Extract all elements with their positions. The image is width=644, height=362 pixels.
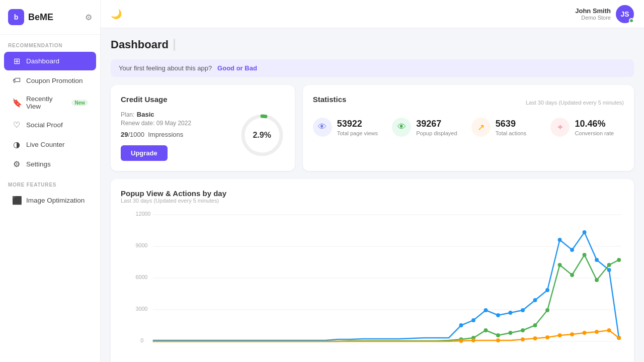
stats-update-info: Last 30 days (Updated every 5 minutes) <box>526 100 624 106</box>
svg-point-24 <box>607 268 611 272</box>
chart-subtitle: Last 30 days (Updated every 5 minutes) <box>121 198 624 204</box>
statistics-card: Statistics Last 30 days (Updated every 5… <box>303 85 634 171</box>
stat-popup-value: 39267 <box>416 119 457 129</box>
gear-icon[interactable]: ⚙ <box>85 13 92 22</box>
feedback-link[interactable]: Good or Bad <box>217 64 257 72</box>
svg-text:12000: 12000 <box>135 211 150 217</box>
stat-conversion-info: 10.46% Conversion rate <box>575 119 614 136</box>
svg-point-12 <box>459 323 463 327</box>
svg-point-0 <box>243 116 281 154</box>
user-name: John Smith <box>575 7 611 15</box>
conversion-icon-wrap: ÷ <box>550 118 570 137</box>
credit-circle-progress: 2.9% <box>239 113 285 158</box>
progress-svg <box>239 113 285 158</box>
settings-icon: ⚙ <box>12 159 21 169</box>
credit-card-title: Credit Usage <box>121 95 285 104</box>
avatar[interactable]: JS <box>616 5 634 23</box>
stat-popup-info: 39267 Popup displayed <box>416 119 457 136</box>
plan-name: Basic <box>137 111 154 118</box>
sidebar-item-image-opt[interactable]: ⬛ Image Optimization <box>4 191 96 210</box>
impressions-used: 29 <box>121 131 128 138</box>
sidebar-item-settings[interactable]: ⚙ Settings <box>4 155 96 173</box>
logo-area: b BeME ⚙ <box>0 0 100 35</box>
stats-header: Statistics Last 30 days (Updated every 5… <box>313 95 624 110</box>
heart-icon: ♡ <box>12 120 21 130</box>
stat-actions-value: 5639 <box>496 119 526 129</box>
sidebar-item-coupon[interactable]: 🏷 Coupon Promotion <box>4 71 96 89</box>
app-name: BeME <box>28 12 53 23</box>
sidebar-item-label: Dashboard <box>26 57 59 65</box>
topbar: 🌙 John Smith Demo Store JS <box>101 0 644 28</box>
svg-point-17 <box>521 308 525 312</box>
svg-point-41 <box>471 338 475 342</box>
coupon-icon: 🏷 <box>12 76 21 85</box>
logo-icon: b <box>8 9 24 25</box>
svg-point-20 <box>558 238 562 242</box>
impressions-text: 29/1000 Impressions <box>121 131 191 138</box>
svg-point-45 <box>545 335 549 339</box>
page-title: Dashboard <box>111 38 169 51</box>
sidebar-item-label: Social Proof <box>26 121 63 129</box>
stat-conversion-label: Conversion rate <box>575 130 614 136</box>
svg-text:3000: 3000 <box>135 306 147 312</box>
sidebar-item-label: Settings <box>26 160 51 168</box>
svg-point-23 <box>595 258 599 262</box>
stat-page-views-label: Total page views <box>337 130 378 136</box>
svg-point-29 <box>496 333 500 337</box>
feedback-banner: Your first feeling about this app? Good … <box>111 59 634 77</box>
dark-mode-icon[interactable]: 🌙 <box>111 9 122 20</box>
bookmark-icon: 🔖 <box>12 98 21 108</box>
svg-point-30 <box>509 331 513 335</box>
chart-svg: 12000 9000 6000 3000 0 <box>121 210 624 360</box>
svg-point-38 <box>607 263 611 267</box>
svg-point-37 <box>595 278 599 282</box>
svg-point-46 <box>558 333 562 337</box>
chart-header: Popup View & Actions by day Last 30 days… <box>121 189 624 204</box>
svg-point-33 <box>545 308 549 312</box>
svg-point-43 <box>521 337 525 341</box>
svg-point-16 <box>509 311 513 315</box>
feedback-text: Your first feeling about this app? <box>119 64 212 72</box>
chart-area: 12000 9000 6000 3000 0 <box>121 210 624 360</box>
user-store: Demo Store <box>575 15 611 21</box>
stat-popup-label: Popup displayed <box>416 130 457 136</box>
sidebar-item-live-counter[interactable]: ◑ Live Counter <box>4 135 96 154</box>
stat-actions-label: Total actions <box>496 130 526 136</box>
svg-point-34 <box>558 263 562 267</box>
page-header: Dashboard <box>111 38 634 51</box>
sidebar-item-social-proof[interactable]: ♡ Social Proof <box>4 116 96 134</box>
conversion-icon: ÷ <box>558 122 562 132</box>
more-features-section-label: MORE FEATURES <box>0 174 100 191</box>
svg-point-39 <box>617 258 621 262</box>
sidebar: b BeME ⚙ RECOMMENDATION ⊞ Dashboard 🏷 Co… <box>0 0 101 362</box>
image-opt-icon: ⬛ <box>12 196 21 205</box>
upgrade-button[interactable]: Upgrade <box>121 145 168 161</box>
svg-point-50 <box>607 328 611 332</box>
svg-point-49 <box>595 330 599 334</box>
title-divider <box>174 39 175 51</box>
svg-text:9000: 9000 <box>135 242 147 248</box>
plan-label: Plan: <box>121 111 134 118</box>
counter-icon: ◑ <box>12 140 21 149</box>
svg-text:6000: 6000 <box>135 274 147 280</box>
popup-displayed-icon-wrap: 👁 <box>392 118 411 137</box>
plan-info: Plan: Basic <box>121 110 191 119</box>
stat-conversion-rate: ÷ 10.46% Conversion rate <box>550 118 624 137</box>
stats-grid: 👁 53922 Total page views 👁 39267 <box>313 118 624 137</box>
page-views-icon-wrap: 👁 <box>313 118 332 137</box>
svg-point-18 <box>533 298 537 302</box>
cursor-icon: ↗ <box>477 122 485 133</box>
avatar-online-dot <box>629 18 634 23</box>
sidebar-item-dashboard[interactable]: ⊞ Dashboard <box>4 52 96 70</box>
svg-point-32 <box>533 323 537 327</box>
cards-row: Credit Usage Plan: Basic Renew date: 09 … <box>111 85 634 171</box>
topbar-left: 🌙 <box>111 9 122 20</box>
user-info: John Smith Demo Store <box>575 7 611 21</box>
stat-page-views: 👁 53922 Total page views <box>313 118 386 137</box>
chart-title: Popup View & Actions by day <box>121 189 624 198</box>
sidebar-item-recently-view[interactable]: 🔖 Recently View New <box>4 90 96 115</box>
svg-text:0: 0 <box>140 337 143 343</box>
stat-page-views-info: 53922 Total page views <box>337 119 378 136</box>
svg-point-15 <box>496 313 500 317</box>
popup-eye-icon: 👁 <box>397 122 406 132</box>
